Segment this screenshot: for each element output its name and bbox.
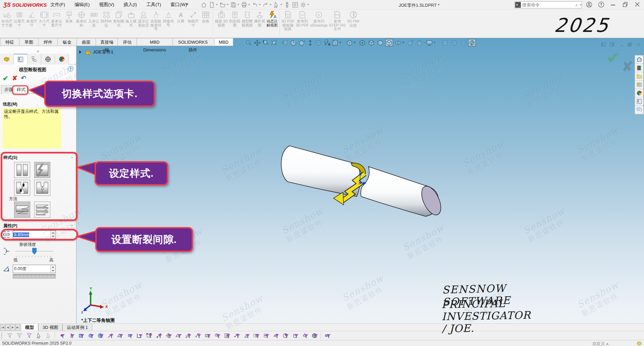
filter-corner-icon[interactable] [134, 332, 144, 339]
menu-4[interactable]: 工具(T) [142, 0, 166, 9]
doc-tab-运动算例 1[interactable]: 运动算例 1 [62, 324, 92, 331]
filter-pair-icon[interactable] [322, 332, 332, 339]
filter-target2-icon[interactable] [163, 332, 173, 339]
properties-collapse-icon[interactable]: ⌃ [70, 224, 73, 229]
close-icon[interactable] [635, 2, 640, 7]
ribbon-3D PMI比较[interactable]: 3D PMI比较 [346, 10, 360, 27]
print-icon[interactable] [241, 2, 250, 8]
tab-钣金[interactable]: 钣金 [57, 38, 77, 46]
ribbon-表面粗糙度符号[interactable]: ✓表面粗糙度符号 [150, 10, 162, 31]
ribbon-大小尺寸[interactable]: 大小尺寸 [38, 10, 50, 27]
filter-dimic-icon[interactable] [232, 332, 241, 339]
tab-MBD Dimensions[interactable]: MBD Dimensions [137, 38, 172, 46]
filter-line-icon[interactable] [66, 332, 76, 339]
filter-plugl-icon[interactable] [290, 332, 300, 339]
pm-ok-button[interactable]: ✔ [3, 74, 8, 82]
ribbon-3D PDF模板编辑器[interactable]: PDF3D PDF模板编辑器 [281, 10, 295, 31]
filter-pencil-icon[interactable] [183, 332, 193, 339]
new-doc-icon[interactable] [209, 2, 218, 8]
ribbon-角度尺寸[interactable]: 角度尺寸 [26, 10, 38, 27]
minimize-icon[interactable] [611, 4, 615, 6]
doc-nav-2[interactable]: ▶ [10, 324, 15, 331]
gear-icon[interactable] [300, 2, 309, 8]
account-icon[interactable] [586, 1, 592, 8]
filter-square-icon[interactable] [76, 332, 86, 339]
filter-cubea-icon[interactable] [309, 332, 319, 339]
filter-slash2-icon[interactable] [154, 332, 163, 339]
filter-magn-icon[interactable]: N [212, 332, 222, 339]
angle-spinner[interactable] [50, 265, 55, 272]
ribbon-爆炸视图[interactable]: 爆炸视图 [253, 10, 266, 27]
filter-blob-icon[interactable] [86, 332, 95, 339]
status-caret-icon[interactable] [606, 343, 609, 345]
ribbon-发布到3D PDF[interactable]: 3D发布到3D PDF [295, 10, 309, 27]
ribbon-捕获 3D视图[interactable]: 3D捕获 3D视图 [214, 10, 229, 27]
tab-焊件[interactable]: 焊件 [38, 38, 57, 46]
ribbon-动态注解视图[interactable]: A动态注解视图 [266, 10, 278, 27]
search-input[interactable]: >_ 搜索命令 ⌕ [514, 1, 582, 8]
ribbon-位置尺寸[interactable]: 位置尺寸 [13, 10, 26, 27]
ribbon-智能尺寸[interactable]: 智能尺寸 [187, 10, 199, 27]
doc-nav-0[interactable]: |◀ [0, 324, 5, 331]
ribbon-阵列特征[interactable]: 阵列特征 [100, 10, 112, 27]
doc-nav-3[interactable]: ▶| [15, 324, 20, 331]
filter-smallsq-icon[interactable] [125, 332, 134, 339]
menu-2[interactable]: 视图(V) [94, 0, 119, 9]
search-icon[interactable]: ⌕ [576, 2, 578, 8]
status-tag-icon[interactable] [637, 341, 642, 346]
filter-frame-icon[interactable] [144, 332, 154, 339]
ribbon-注释[interactable]: A注释 [175, 10, 187, 24]
ribbon-剖面视图[interactable]: 剖面视图 [229, 10, 241, 27]
ribbon-焊接符号[interactable]: 焊接符号 [162, 10, 175, 27]
filter-point-icon[interactable] [56, 332, 66, 339]
shape-strength-slider[interactable] [15, 248, 54, 256]
filter-filter-gray2-icon[interactable] [14, 332, 24, 339]
ribbon-自动尺寸方案[interactable]: 自动尺寸方案 [1, 10, 13, 27]
ribbon-基准目标[interactable]: 基准目标 [75, 10, 88, 27]
doc-tab-模型[interactable]: 模型 [21, 324, 38, 331]
ribbon-复制模式[interactable]: 复制模式 [112, 10, 125, 27]
filter-plane2-icon[interactable] [173, 332, 183, 339]
restore-icon[interactable] [623, 2, 628, 7]
filter-angleic-icon[interactable] [241, 332, 251, 339]
menu-0[interactable]: 文件(F) [46, 0, 70, 9]
filter-plugr-icon[interactable] [300, 332, 309, 339]
tab-草图[interactable]: 草图 [19, 38, 38, 46]
filter-cube-icon[interactable] [95, 332, 105, 339]
angle-thumbwheel[interactable] [13, 274, 56, 278]
pm-tab-pmpart[interactable] [0, 54, 14, 64]
open-icon[interactable] [219, 2, 229, 8]
save-icon[interactable] [230, 2, 239, 8]
filter-pie-icon[interactable] [280, 332, 290, 339]
pm-tab-pmtarget[interactable] [41, 54, 55, 64]
filter-slash-icon[interactable] [105, 332, 115, 339]
ribbon-显示公差状态[interactable]: 显示公差状态 [137, 10, 150, 27]
home-icon[interactable] [201, 2, 207, 8]
menu-3[interactable]: 插入(I) [119, 0, 142, 9]
pm-tab-pmhier[interactable] [28, 54, 41, 64]
pm-undo-button[interactable]: ↷ [21, 74, 26, 82]
ribbon-发布到eDrawings[interactable]: e发布到eDrawings [309, 10, 328, 27]
tab-评估[interactable]: 评估 [117, 38, 137, 46]
pm-tab-pmwheel[interactable] [55, 54, 69, 64]
filter-plane-icon[interactable] [115, 332, 125, 339]
pin-icon[interactable]: ✶ [185, 2, 189, 7]
filter-filter-purple-icon[interactable] [24, 332, 34, 339]
customize-label[interactable]: 自定义 [592, 341, 605, 346]
ribbon-发布STEP 242文件[interactable]: STEP发布STEP 242文件 [328, 10, 346, 31]
options-list-icon[interactable] [292, 2, 298, 8]
filter-cursor-icon[interactable] [34, 332, 44, 339]
break-angle-input[interactable]: 0.00度 [13, 265, 56, 273]
filter-cursor-dis-icon[interactable] [44, 332, 53, 339]
filter-tag2-icon[interactable] [202, 332, 212, 339]
menu-1[interactable]: 编辑(E) [70, 0, 94, 9]
search-caret-icon[interactable] [580, 4, 582, 6]
tab-SOLIDWORKS 插件[interactable]: SOLIDWORKS 插件 [172, 38, 213, 46]
filter-eyebox-icon[interactable] [251, 332, 261, 339]
tab-特征[interactable]: 特征 [0, 38, 19, 46]
ribbon-模型断裂视图[interactable]: 模型断裂视图 [241, 10, 253, 27]
redo-icon[interactable] [262, 2, 271, 8]
ribbon-输入模式[interactable]: 输入模式 [125, 10, 137, 27]
filter-boxdots-icon[interactable] [261, 332, 270, 339]
pm-tab-pmlist[interactable] [14, 54, 28, 64]
